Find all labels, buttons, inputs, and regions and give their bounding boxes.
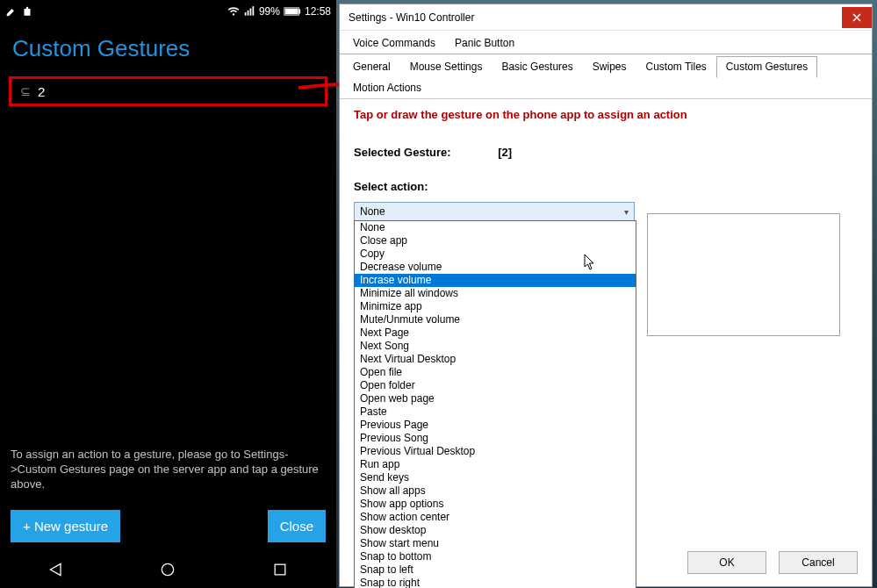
dropdown-item[interactable]: Run app bbox=[355, 458, 636, 471]
dropdown-item[interactable]: Previous Virtual Desktop bbox=[355, 445, 636, 458]
gesture-glyph-icon: ⊆ bbox=[20, 84, 31, 98]
bag-icon bbox=[21, 5, 33, 18]
svg-rect-8 bbox=[275, 564, 285, 575]
dropdown-item[interactable]: Previous Page bbox=[355, 419, 636, 432]
dropdown-item[interactable]: Snap to bottom bbox=[355, 550, 636, 563]
cancel-button[interactable]: Cancel bbox=[779, 551, 858, 574]
dropdown-item[interactable]: Snap to left bbox=[355, 563, 636, 577]
action-dropdown[interactable]: NoneClose appCopyDecrease volumeIncrase … bbox=[354, 220, 636, 588]
gesture-item-label: 2 bbox=[38, 84, 45, 99]
instructions-text: Tap or draw the gesture on the phone app… bbox=[354, 108, 858, 121]
close-icon bbox=[852, 13, 861, 22]
dialog-title: Settings - Win10 Controller bbox=[349, 11, 474, 24]
chevron-down-icon: ▾ bbox=[624, 207, 629, 217]
tab-voice-commands[interactable]: Voice Commands bbox=[343, 32, 445, 54]
dropdown-item[interactable]: Open web page bbox=[355, 392, 636, 405]
selected-gesture-row: Selected Gesture: [2] bbox=[354, 146, 858, 159]
dropdown-item[interactable]: Send keys bbox=[355, 471, 636, 484]
svg-rect-1 bbox=[248, 11, 249, 16]
dropdown-item[interactable]: Open folder bbox=[355, 379, 636, 392]
selected-gesture-label: Selected Gesture: bbox=[354, 146, 451, 159]
clock-time: 12:58 bbox=[305, 5, 331, 18]
tab-basic-gestures[interactable]: Basic Gestures bbox=[492, 56, 582, 77]
combo-value: None bbox=[360, 205, 385, 218]
close-button[interactable] bbox=[842, 7, 872, 28]
battery-percent: 99% bbox=[259, 5, 280, 18]
dropdown-item[interactable]: Show all apps bbox=[355, 484, 636, 498]
page-title: Custom Gestures bbox=[0, 23, 336, 73]
dropdown-item[interactable]: Next Page bbox=[355, 326, 636, 340]
tab-row-1: Voice CommandsPanic Button bbox=[340, 31, 872, 54]
gesture-preview-box bbox=[647, 213, 840, 336]
edit-icon bbox=[5, 5, 18, 18]
nav-recent-icon[interactable] bbox=[271, 561, 289, 578]
dropdown-item[interactable]: Minimize all windows bbox=[355, 287, 636, 300]
tab-mouse-settings[interactable]: Mouse Settings bbox=[400, 56, 492, 77]
tab-custom-gestures[interactable]: Custom Gestures bbox=[716, 56, 817, 78]
dropdown-item[interactable]: Show start menu bbox=[355, 537, 636, 550]
select-action-label: Select action: bbox=[354, 180, 858, 193]
ok-button[interactable]: OK bbox=[687, 551, 766, 574]
dropdown-item[interactable]: Next Song bbox=[355, 340, 636, 353]
dropdown-item[interactable]: Show desktop bbox=[355, 524, 636, 537]
help-text: To assign an action to a gesture, please… bbox=[11, 447, 326, 491]
svg-rect-3 bbox=[252, 6, 254, 16]
tab-row-2: GeneralMouse SettingsBasic GesturesSwipe… bbox=[340, 54, 872, 99]
dropdown-item[interactable]: Show app options bbox=[355, 498, 636, 511]
dropdown-item[interactable]: Previous Song bbox=[355, 432, 636, 445]
svg-point-7 bbox=[162, 563, 174, 575]
tab-panic-button[interactable]: Panic Button bbox=[445, 32, 524, 54]
phone-screen: 99% 12:58 Custom Gestures ⊆ 2 To assign … bbox=[0, 0, 336, 588]
gesture-list-item[interactable]: ⊆ 2 bbox=[9, 76, 327, 106]
nav-back-icon[interactable] bbox=[47, 561, 65, 578]
svg-rect-6 bbox=[298, 10, 300, 14]
dropdown-item[interactable]: Snap to right bbox=[355, 577, 636, 588]
tab-general[interactable]: General bbox=[343, 56, 400, 77]
svg-rect-0 bbox=[245, 12, 247, 16]
tab-custom-tiles[interactable]: Custom Tiles bbox=[636, 56, 715, 77]
nav-bar bbox=[0, 551, 336, 588]
tab-swipes[interactable]: Swipes bbox=[583, 56, 636, 77]
wifi-icon bbox=[227, 5, 240, 18]
selected-gesture-value: [2] bbox=[498, 146, 512, 159]
titlebar[interactable]: Settings - Win10 Controller bbox=[340, 4, 872, 31]
signal-icon bbox=[243, 5, 255, 18]
svg-rect-2 bbox=[250, 9, 252, 16]
dropdown-item[interactable]: Minimize app bbox=[355, 300, 636, 313]
nav-home-icon[interactable] bbox=[159, 561, 176, 578]
dropdown-item[interactable]: None bbox=[355, 221, 636, 234]
dropdown-item[interactable]: Paste bbox=[355, 405, 636, 419]
dropdown-item[interactable]: Mute/Unmute volume bbox=[355, 313, 636, 326]
dropdown-item[interactable]: Incrase volume bbox=[355, 274, 636, 287]
cursor-icon bbox=[584, 254, 596, 271]
status-bar: 99% 12:58 bbox=[0, 0, 336, 23]
tab-motion-actions[interactable]: Motion Actions bbox=[343, 77, 431, 98]
battery-icon bbox=[284, 7, 301, 16]
dropdown-item[interactable]: Show action center bbox=[355, 511, 636, 524]
new-gesture-button[interactable]: + New gesture bbox=[11, 510, 120, 542]
action-combobox[interactable]: None ▾ NoneClose appCopyDecrease volumeI… bbox=[354, 202, 635, 221]
dialog-body: Tap or draw the gesture on the phone app… bbox=[340, 99, 872, 586]
dropdown-item[interactable]: Next Virtual Desktop bbox=[355, 353, 636, 366]
settings-dialog: Settings - Win10 Controller Voice Comman… bbox=[339, 4, 873, 587]
close-phone-button[interactable]: Close bbox=[268, 510, 326, 542]
dropdown-item[interactable]: Close app bbox=[355, 234, 636, 247]
dropdown-item[interactable]: Open file bbox=[355, 366, 636, 379]
svg-rect-5 bbox=[285, 9, 298, 15]
